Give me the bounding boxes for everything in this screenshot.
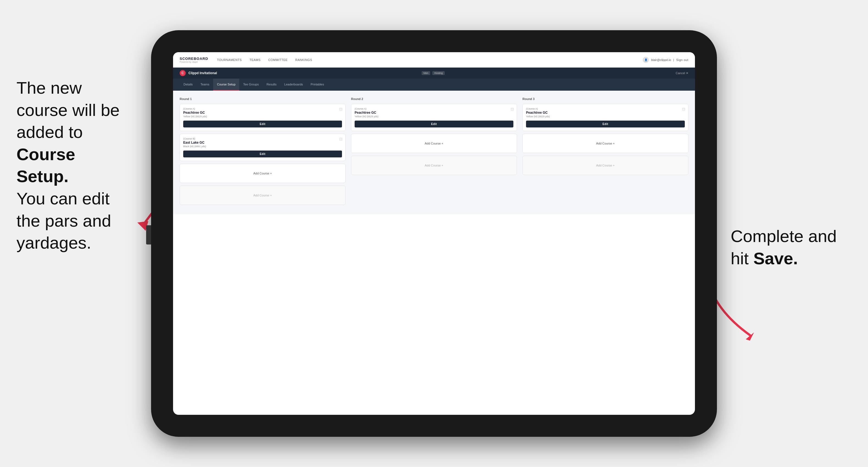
round-3-title: Round 3 — [522, 97, 688, 100]
powered-by: Powered by clippd — [180, 61, 208, 63]
right-annotation: Complete and hit Save. — [731, 225, 846, 270]
round3-course-a-label: (Course A) — [526, 107, 685, 110]
round3-add-course-2-label: Add Course + — [596, 164, 615, 167]
tablet-side-button — [146, 225, 151, 245]
round3-add-course-1[interactable]: Add Course + — [522, 134, 688, 153]
tournament-title: Clippd Invitational — [188, 71, 420, 75]
sign-out-link[interactable]: Sign out — [676, 58, 688, 62]
nav-rankings[interactable]: RANKINGS — [295, 58, 312, 62]
round3-course-a-name: Peachtree GC — [526, 111, 685, 115]
course-a-action-icon[interactable]: ⊡ — [339, 107, 343, 111]
tab-teams[interactable]: Teams — [197, 79, 213, 91]
round2-add-course-2-label: Add Course + — [425, 164, 443, 167]
tab-printables[interactable]: Printables — [307, 79, 328, 91]
user-avatar: 👤 — [643, 57, 649, 63]
round1-course-a-edit-button[interactable]: Edit — [183, 121, 342, 127]
round2-add-course-1-label: Add Course + — [425, 142, 443, 145]
round2-add-course-1[interactable]: Add Course + — [351, 134, 517, 153]
round1-course-b-label: (Course B) — [183, 137, 342, 140]
round3-course-a-edit-button[interactable]: Edit — [526, 121, 685, 127]
tournament-status: Hosting — [432, 71, 445, 75]
cancel-button[interactable]: Cancel ✕ — [676, 71, 688, 75]
user-email: blair@clippd.io — [651, 58, 671, 62]
round-2-column: Round 2 ⊡ (Course A) Peachtree GC Yellow… — [351, 97, 517, 208]
round1-add-course-2-label: Add Course + — [253, 194, 272, 197]
round2-course-a-card: ⊡ (Course A) Peachtree GC Yellow (M) (66… — [351, 104, 517, 131]
round1-add-course-1-label: Add Course + — [253, 172, 272, 175]
round2-course-a-name: Peachtree GC — [354, 111, 514, 115]
course-b-action-icon[interactable]: ⊡ — [339, 137, 343, 141]
round1-course-b-card: ⊡ (Course B) East Lake GC Black (M) (689… — [180, 134, 346, 161]
round3-add-course-1-label: Add Course + — [596, 142, 615, 145]
round2-course-a-edit-button[interactable]: Edit — [354, 121, 514, 127]
tab-results[interactable]: Results — [262, 79, 280, 91]
round2-course-a-action-icon[interactable]: ⊡ — [510, 107, 514, 111]
round3-course-a-info: Yellow (M) (6629 yds) — [526, 115, 685, 118]
round1-course-a-card: ⊡ (Course A) Peachtree GC Yellow (M) (66… — [180, 104, 346, 131]
tablet-screen: SCOREBOARD Powered by clippd TOURNAMENTS… — [173, 52, 695, 415]
round3-course-a-action-icon[interactable]: ⊡ — [682, 107, 685, 111]
nav-teams[interactable]: TEAMS — [249, 58, 260, 62]
logo-area: SCOREBOARD Powered by clippd — [180, 57, 208, 63]
round1-add-course-2: Add Course + — [180, 186, 346, 205]
tablet-device: SCOREBOARD Powered by clippd TOURNAMENTS… — [151, 30, 717, 437]
top-navigation: SCOREBOARD Powered by clippd TOURNAMENTS… — [173, 52, 695, 68]
rounds-container: Round 1 ⊡ (Course A) Peachtree GC Yellow… — [180, 97, 688, 208]
round1-course-a-name: Peachtree GC — [183, 111, 342, 115]
nav-links: TOURNAMENTS TEAMS COMMITTEE RANKINGS — [217, 58, 643, 62]
round1-course-a-info: Yellow (M) (6629 yds) — [183, 115, 342, 118]
nav-tournaments[interactable]: TOURNAMENTS — [217, 58, 242, 62]
clippd-logo: C — [180, 70, 186, 76]
round2-course-a-info: Yellow (M) (6629 yds) — [354, 115, 514, 118]
round-2-title: Round 2 — [351, 97, 517, 100]
tab-course-setup[interactable]: Course Setup — [213, 79, 239, 91]
round1-course-a-label: (Course A) — [183, 107, 342, 110]
round3-course-a-card: ⊡ (Course A) Peachtree GC Yellow (M) (66… — [522, 104, 688, 131]
tab-details[interactable]: Details — [180, 79, 197, 91]
right-annotation-bold: Save. — [753, 249, 798, 268]
round1-course-b-edit-button[interactable]: Edit — [183, 151, 342, 157]
round-1-title: Round 1 — [180, 97, 346, 100]
round3-add-course-2: Add Course + — [522, 156, 688, 175]
scoreboard-logo: SCOREBOARD — [180, 57, 208, 61]
round2-course-a-label: (Course A) — [354, 107, 514, 110]
left-annotation-bold: Course Setup. — [17, 145, 75, 186]
tournament-badge: Men — [422, 71, 430, 75]
tab-bar: Details Teams Course Setup Tee Groups Re… — [173, 79, 695, 91]
round1-add-course-1[interactable]: Add Course + — [180, 164, 346, 183]
round1-course-b-info: Black (M) (6891 yds) — [183, 145, 342, 148]
round1-course-b-name: East Lake GC — [183, 141, 342, 145]
svg-marker-1 — [746, 333, 754, 341]
tab-tee-groups[interactable]: Tee Groups — [239, 79, 262, 91]
sub-header: C Clippd Invitational Men Hosting Cancel… — [173, 68, 695, 79]
nav-right: 👤 blair@clippd.io | Sign out — [643, 57, 688, 63]
nav-separator: | — [673, 58, 674, 62]
nav-committee[interactable]: COMMITTEE — [268, 58, 288, 62]
main-content: Round 1 ⊡ (Course A) Peachtree GC Yellow… — [173, 91, 695, 214]
round-3-column: Round 3 ⊡ (Course A) Peachtree GC Yellow… — [522, 97, 688, 208]
tab-leaderboards[interactable]: Leaderboards — [280, 79, 307, 91]
left-annotation: The new course will be added to Course S… — [17, 77, 121, 254]
round2-add-course-2: Add Course + — [351, 156, 517, 175]
round-1-column: Round 1 ⊡ (Course A) Peachtree GC Yellow… — [180, 97, 346, 208]
